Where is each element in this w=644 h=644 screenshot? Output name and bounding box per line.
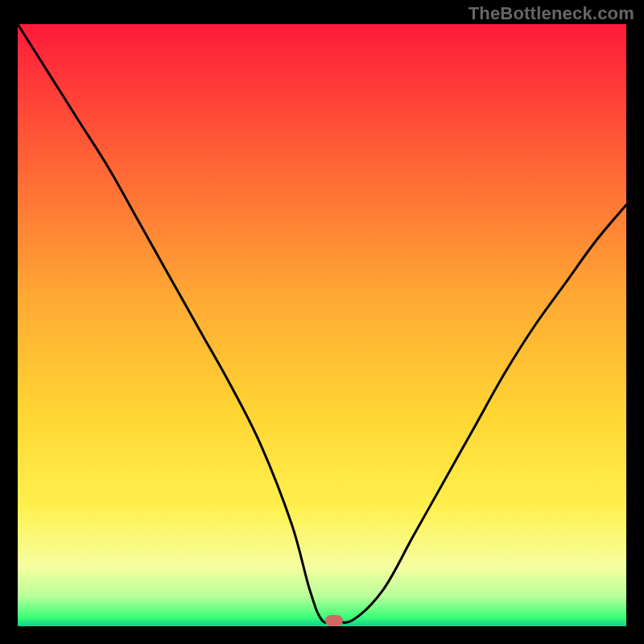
chart-svg xyxy=(18,24,626,626)
watermark-text: TheBottleneck.com xyxy=(469,3,634,24)
plot-area xyxy=(18,24,626,626)
minimum-marker xyxy=(325,615,343,626)
chart-frame: TheBottleneck.com xyxy=(0,0,644,644)
